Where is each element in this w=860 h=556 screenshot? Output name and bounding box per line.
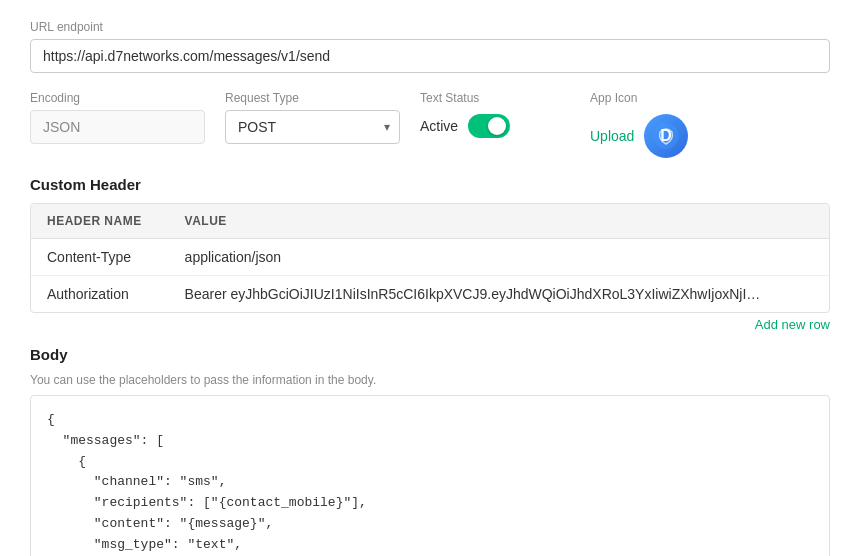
active-toggle[interactable]	[468, 114, 510, 138]
table-header-row: HEADER NAME VALUE	[31, 204, 829, 239]
add-new-row-link[interactable]: Add new row	[30, 317, 830, 332]
toggle-slider	[468, 114, 510, 138]
body-hint: You can use the placeholders to pass the…	[30, 373, 830, 387]
col-header-value: VALUE	[169, 204, 829, 239]
app-icon-circle: D	[644, 114, 688, 158]
body-code-area[interactable]: { "messages": [ { "channel": "sms", "rec…	[30, 395, 830, 556]
header-name-cell: Content-Type	[31, 239, 169, 276]
status-row: Active	[420, 114, 570, 138]
custom-header-title: Custom Header	[30, 176, 830, 193]
url-label: URL endpoint	[30, 20, 830, 34]
encoding-group: Encoding JSON	[30, 91, 205, 144]
url-input[interactable]	[30, 39, 830, 73]
header-value-cell: application/json	[169, 239, 829, 276]
table-row: Authorization Bearer eyJhbGciOiJIUzI1NiI…	[31, 276, 829, 313]
fields-row: Encoding JSON Request Type POST GET PUT …	[30, 91, 830, 158]
request-type-wrapper[interactable]: POST GET PUT DELETE PATCH ▾	[225, 110, 400, 144]
app-icon-label: App Icon	[590, 91, 830, 105]
body-title: Body	[30, 346, 830, 363]
header-table-container: HEADER NAME VALUE Content-Type applicati…	[30, 203, 830, 313]
app-icon-group: App Icon Upload D	[590, 91, 830, 158]
table-row: Content-Type application/json	[31, 239, 829, 276]
header-table: HEADER NAME VALUE Content-Type applicati…	[31, 204, 829, 312]
header-name-cell: Authorization	[31, 276, 169, 313]
upload-link[interactable]: Upload	[590, 128, 634, 144]
encoding-value: JSON	[30, 110, 205, 144]
encoding-label: Encoding	[30, 91, 205, 105]
col-header-name: HEADER NAME	[31, 204, 169, 239]
text-status-group: Text Status Active	[420, 91, 570, 138]
request-type-group: Request Type POST GET PUT DELETE PATCH ▾	[225, 91, 400, 144]
status-text: Active	[420, 118, 458, 134]
body-section: Body You can use the placeholders to pas…	[30, 346, 830, 556]
url-section: URL endpoint	[30, 20, 830, 73]
header-value-cell: Bearer eyJhbGciOiJIUzI1NiIsInR5cCI6IkpXV…	[169, 276, 829, 313]
app-icon-area: Upload D	[590, 114, 830, 158]
text-status-label: Text Status	[420, 91, 570, 105]
request-type-select[interactable]: POST GET PUT DELETE PATCH	[225, 110, 400, 144]
request-type-label: Request Type	[225, 91, 400, 105]
app-icon-svg: D	[652, 122, 680, 150]
